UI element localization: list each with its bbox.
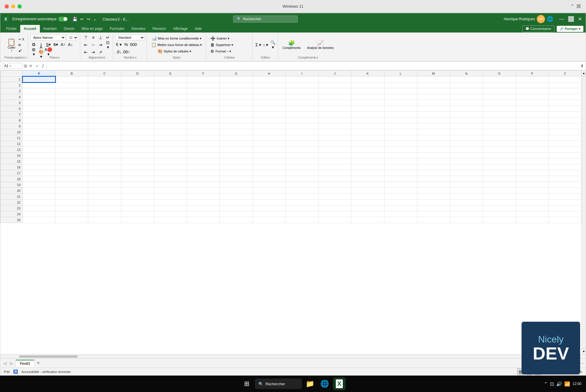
cell-B7[interactable]: [55, 112, 88, 117]
network-icon[interactable]: 📶: [564, 381, 570, 387]
decrease-font-button[interactable]: A↓: [67, 41, 74, 48]
cell-I23[interactable]: [285, 205, 318, 211]
cell-I9[interactable]: [285, 123, 318, 129]
cell-H19[interactable]: [253, 182, 285, 188]
cell-P2[interactable]: [516, 82, 548, 88]
cell-I19[interactable]: [285, 182, 318, 188]
decrease-indent-button[interactable]: ⇤: [83, 49, 89, 55]
cell-L24[interactable]: [384, 211, 417, 217]
cell-A20[interactable]: [23, 188, 55, 194]
cell-E9[interactable]: [154, 123, 187, 129]
cell-I21[interactable]: [285, 194, 318, 200]
cell-C26[interactable]: [548, 106, 581, 112]
bold-button[interactable]: G: [30, 41, 37, 48]
volume-icon[interactable]: 🔊: [556, 381, 562, 387]
cell-A6[interactable]: [23, 106, 55, 112]
col-header-P[interactable]: P: [516, 71, 548, 76]
spreadsheet-grid[interactable]: A B C D E F G H I J K L M: [0, 70, 582, 223]
borders-button[interactable]: ⊞ ▾: [30, 49, 37, 55]
align-middle-button[interactable]: ≡: [90, 34, 96, 41]
cell-F9[interactable]: [187, 123, 220, 129]
row-header-25[interactable]: 25: [1, 217, 23, 223]
cell-K21[interactable]: [351, 194, 384, 200]
cell-N1[interactable]: [450, 76, 483, 82]
row-header-20[interactable]: 20: [1, 188, 23, 194]
cell-B24[interactable]: [55, 211, 88, 217]
cell-I17[interactable]: [285, 170, 318, 176]
restore-icon[interactable]: ⬜: [567, 16, 575, 22]
cell-B4[interactable]: [55, 94, 88, 100]
row-header-2[interactable]: 2: [1, 82, 23, 88]
cell-M20[interactable]: [417, 188, 450, 194]
scroll-down-button[interactable]: ▼: [582, 348, 586, 354]
cell-J21[interactable]: [318, 194, 351, 200]
autosave-control[interactable]: Enregistrement automatique: [12, 17, 68, 21]
cell-N4[interactable]: [450, 94, 483, 100]
cell-O16[interactable]: [483, 164, 516, 170]
cell-O4[interactable]: [483, 94, 516, 100]
cell-C4[interactable]: [88, 94, 121, 100]
col-header-B[interactable]: B: [55, 71, 88, 76]
cell-M2[interactable]: [417, 82, 450, 88]
save-button[interactable]: 💾: [71, 16, 79, 22]
cell-O22[interactable]: [483, 200, 516, 205]
tab-affichage[interactable]: Affichage: [170, 25, 191, 33]
cell-I11[interactable]: [285, 135, 318, 141]
comments-button[interactable]: 💬 Commentaires: [522, 25, 555, 32]
cell-M19[interactable]: [417, 182, 450, 188]
language-icon[interactable]: ⊡: [550, 381, 554, 387]
cell-J25[interactable]: [318, 217, 351, 223]
cell-C14[interactable]: [88, 153, 121, 158]
cell-N17[interactable]: [450, 170, 483, 176]
cell-O6[interactable]: [483, 106, 516, 112]
thousands-button[interactable]: 000: [130, 41, 137, 48]
cell-N13[interactable]: [450, 147, 483, 153]
format-painter-button[interactable]: 🖌: [18, 48, 25, 53]
cell-reference[interactable]: A1 ▾: [2, 63, 23, 69]
cell-K5[interactable]: [351, 100, 384, 106]
cell-H21[interactable]: [253, 194, 285, 200]
cell-F24[interactable]: [187, 211, 220, 217]
cell-M10[interactable]: [417, 129, 450, 135]
cell-E19[interactable]: [154, 182, 187, 188]
cell-N24[interactable]: [450, 211, 483, 217]
increase-decimal-button[interactable]: .00↑: [123, 49, 129, 55]
cell-O24[interactable]: [483, 211, 516, 217]
cell-E1[interactable]: [154, 76, 187, 82]
cell-L4[interactable]: [384, 94, 417, 100]
cell-P23[interactable]: [516, 205, 548, 211]
cell-A7[interactable]: [23, 112, 55, 117]
cell-C213[interactable]: [548, 147, 581, 153]
cell-B25[interactable]: [55, 217, 88, 223]
cell-C215[interactable]: [548, 158, 581, 164]
cell-G16[interactable]: [220, 164, 253, 170]
cell-J5[interactable]: [318, 100, 351, 106]
cell-B8[interactable]: [55, 117, 88, 123]
col-header-H[interactable]: H: [253, 71, 285, 76]
row-header-14[interactable]: 14: [1, 153, 23, 158]
cell-L19[interactable]: [384, 182, 417, 188]
cell-A15[interactable]: [23, 158, 55, 164]
cell-F20[interactable]: [187, 188, 220, 194]
currency-button[interactable]: € ▾: [115, 41, 122, 48]
cell-K4[interactable]: [351, 94, 384, 100]
cell-N9[interactable]: [450, 123, 483, 129]
cell-L11[interactable]: [384, 135, 417, 141]
cell-M13[interactable]: [417, 147, 450, 153]
cell-C20[interactable]: [88, 188, 121, 194]
cell-C221[interactable]: [548, 194, 581, 200]
row-header-10[interactable]: 10: [1, 129, 23, 135]
cell-C19[interactable]: [88, 182, 121, 188]
cell-H8[interactable]: [253, 117, 285, 123]
taskbar-search[interactable]: 🔍 Rechercher: [255, 379, 302, 389]
cell-E6[interactable]: [154, 106, 187, 112]
decrease-decimal-button[interactable]: .0↓: [115, 49, 122, 55]
cell-C210[interactable]: [548, 129, 581, 135]
cell-C212[interactable]: [548, 141, 581, 147]
presse-papiers-expand[interactable]: ⎘: [25, 56, 26, 59]
mac-window-menu[interactable]: ⌃ ⌘: [570, 3, 581, 10]
share-button[interactable]: 🔗 Partager ▾: [557, 26, 583, 32]
cell-K17[interactable]: [351, 170, 384, 176]
cell-O12[interactable]: [483, 141, 516, 147]
cell-C5[interactable]: [88, 100, 121, 106]
